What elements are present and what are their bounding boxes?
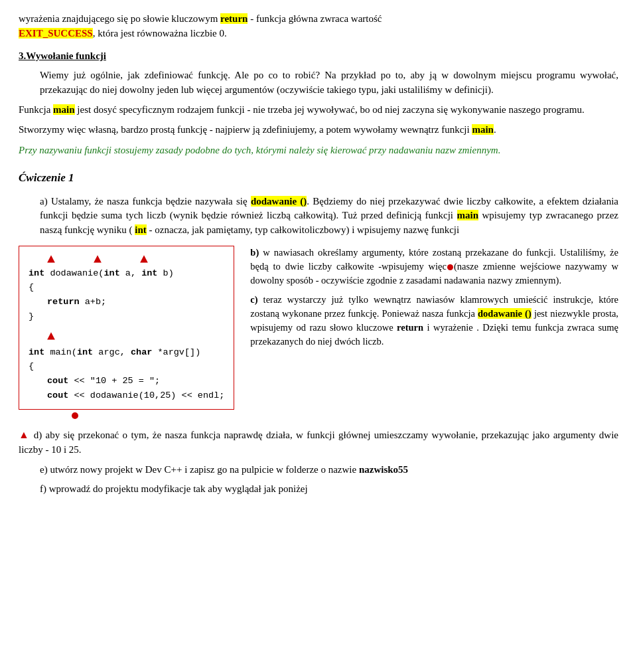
d-arrow: ▲ [19,429,30,440]
paragraph-stworzymy: Stworzymy więc własną, bardzo prostą fun… [19,123,618,137]
code-line-7: { [29,359,224,374]
intro-text-end: , która jest równoważna liczbie 0. [93,28,227,39]
a-label: a) [40,196,48,207]
paragraph-e: e) utwórz nowy projekt w Dev C++ i zapis… [40,463,618,477]
page-content: wyrażenia znajdującego się po słowie klu… [19,12,618,497]
c-label: c) [250,294,257,305]
arrow-up-2: ▲ [94,253,102,266]
main-keyword-1: main [53,104,75,115]
intro-text-before-return: wyrażenia znajdującego się po słowie klu… [19,13,220,24]
dodawanie-keyword-2: dodawanie () [478,308,531,319]
code-line-3: return a+b; [47,295,224,309]
code-block: ▲ ▲ ▲ int dodawanie(int a, int b) { retu… [19,246,234,410]
red-dot-inline [447,264,453,270]
code-line-2: { [29,280,224,295]
dodawanie-keyword-1: dodawanie () [251,196,307,207]
return-label: return [397,322,423,333]
e-text: utwórz nowy projekt w Dev C++ i zapisz g… [50,464,359,475]
f-text: wprowadź do projektu modyfikacje tak aby… [49,483,308,494]
a-text1: Ustalamy, że nasza funkcja będzie nazywa… [51,196,251,207]
e-bold: nazwisko55 [359,464,408,475]
red-dot-bottom [72,412,78,419]
arrow-up-3: ▲ [140,253,148,266]
intro-text-after-return: - funkcja główna zwraca wartość [248,13,382,24]
exercise-title: Ćwiczenie 1 [19,170,618,187]
paragraph-wiemy: Wiemy już ogólnie, jak zdefiniować funkc… [40,68,618,98]
funkcja-text-before-main: Funkcja [19,104,53,115]
two-column-section: ▲ ▲ ▲ int dodawanie(int a, int b) { retu… [19,246,618,419]
right-column-text: b) w nawiasach określamy argumenty, któr… [250,246,618,354]
paragraph-funkcja: Funkcja main jest dosyć specyficznym rod… [19,103,618,118]
stworzymy-end: . [494,124,496,135]
stworzymy-text: Stworzymy więc własną, bardzo prostą fun… [19,124,472,135]
code-line-4: } [29,309,224,324]
b-label: b) [250,247,259,258]
code-line-6: int main(int argc, char *argv[]) [29,345,224,360]
code-line-9: cout << dodawanie(10,25) << endl; [47,388,224,403]
int-keyword: int [135,224,147,235]
return-keyword: return [220,13,248,24]
arrow-up-1: ▲ [47,253,55,266]
code-block-left: ▲ ▲ ▲ int dodawanie(int a, int b) { retu… [19,246,234,419]
section3-title-text: 3.Wywołanie funkcji [19,50,106,61]
paragraph-a: a) Ustalamy, że nasza funkcja będzie naz… [40,195,618,238]
paragraph-d: ▲ d) aby się przekonać o tym, że nasza f… [19,427,618,458]
code-line-1: int dodawanie(int a, int b) [29,266,224,281]
d-text: d) aby się przekonać o tym, że nasza fun… [19,430,618,455]
a-text4: - oznacza, jak pamiętamy, typ całkowitol… [147,224,459,235]
paragraph-green: Przy nazywaniu funkcji stosujemy zasady … [19,143,618,158]
exit-success-keyword: EXIT_SUCCESS [19,28,93,39]
intro-paragraph: wyrażenia znajdującego się po słowie klu… [19,12,618,41]
main-keyword-3: main [457,210,479,220]
e-label: e) [40,464,48,475]
c-paragraph: c) teraz wystarczy już tylko wewnątrz na… [250,293,618,349]
section3-title: 3.Wywołanie funkcji [19,49,618,64]
funkcja-text-after-main: jest dosyć specyficznym rodzajem funkcji… [75,104,585,115]
main-keyword-2: main [472,124,494,135]
b-paragraph: b) w nawiasach określamy argumenty, któr… [250,246,618,288]
f-label: f) [40,483,46,494]
arrow-up-4: ▲ [47,329,55,344]
paragraph-f: f) wprowadź do projektu modyfikacje tak … [40,482,618,497]
code-line-8: cout << "10 + 25 = "; [47,374,224,388]
